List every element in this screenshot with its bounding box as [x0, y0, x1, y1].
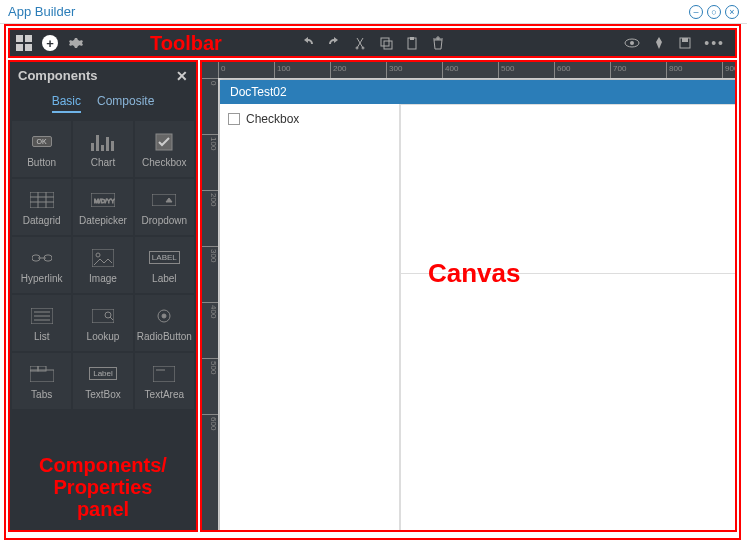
rocket-icon[interactable] — [652, 36, 666, 50]
canvas-area: 0 100 200 300 400 500 600 700 800 900 0 … — [200, 60, 737, 532]
component-label[interactable]: LABELLabel — [135, 237, 194, 293]
svg-point-21 — [96, 253, 100, 257]
components-panel: Components ✕ Basic Composite OKButton Ch… — [8, 60, 198, 532]
canvas-workspace[interactable]: DocTest02 Checkbox — [218, 78, 735, 530]
save-icon[interactable] — [678, 36, 692, 50]
svg-point-5 — [630, 41, 634, 45]
component-button[interactable]: OKButton — [12, 121, 71, 177]
copy-icon[interactable] — [379, 36, 393, 50]
document-left-pane[interactable]: Checkbox — [220, 104, 400, 530]
svg-rect-7 — [682, 38, 688, 42]
window-title: App Builder — [8, 4, 75, 19]
tab-composite[interactable]: Composite — [97, 94, 154, 113]
checkbox-icon[interactable] — [228, 113, 240, 125]
checkbox-label: Checkbox — [246, 112, 299, 126]
svg-rect-1 — [384, 41, 392, 49]
component-lookup[interactable]: Lookup — [73, 295, 132, 351]
delete-icon[interactable] — [431, 36, 445, 50]
component-image[interactable]: Image — [73, 237, 132, 293]
toolbar-annotation: Toolbar — [150, 32, 222, 55]
svg-rect-31 — [30, 370, 54, 382]
close-icon[interactable]: × — [725, 5, 739, 19]
window-header: App Builder – ○ × — [0, 0, 747, 24]
svg-line-28 — [110, 317, 113, 320]
apps-icon[interactable] — [16, 35, 32, 51]
undo-icon[interactable] — [301, 36, 315, 50]
component-grid: OKButton Chart Checkbox Datagrid M/D/YYD… — [10, 119, 196, 411]
component-textbox[interactable]: LabelTextBox — [73, 353, 132, 409]
settings-icon[interactable] — [68, 35, 84, 51]
panel-annotation: Components/Propertiespanel — [10, 454, 196, 520]
canvas-annotation: Canvas — [428, 258, 521, 289]
svg-rect-3 — [410, 37, 414, 40]
component-chart[interactable]: Chart — [73, 121, 132, 177]
app-outline: + Toolbar ••• Components ✕ Basic — [4, 24, 741, 540]
tab-basic[interactable]: Basic — [52, 94, 81, 113]
cut-icon[interactable] — [353, 36, 367, 50]
component-datagrid[interactable]: Datagrid — [12, 179, 71, 235]
window-controls: – ○ × — [689, 5, 739, 19]
redo-icon[interactable] — [327, 36, 341, 50]
component-hyperlink[interactable]: Hyperlink — [12, 237, 71, 293]
component-list[interactable]: List — [12, 295, 71, 351]
component-textarea[interactable]: TextArea — [135, 353, 194, 409]
svg-text:M/D/YY: M/D/YY — [94, 198, 115, 204]
ruler-vertical: 0 100 200 300 400 500 600 — [202, 78, 218, 530]
add-button[interactable]: + — [42, 35, 58, 51]
document-right-pane[interactable] — [400, 104, 735, 530]
paste-icon[interactable] — [405, 36, 419, 50]
canvas-checkbox[interactable]: Checkbox — [228, 112, 391, 126]
minimize-icon[interactable]: – — [689, 5, 703, 19]
panel-title: Components — [18, 68, 97, 84]
document-title[interactable]: DocTest02 — [220, 80, 735, 104]
svg-rect-0 — [381, 38, 389, 46]
component-datepicker[interactable]: M/D/YYDatepicker — [73, 179, 132, 235]
maximize-icon[interactable]: ○ — [707, 5, 721, 19]
svg-point-30 — [162, 314, 166, 318]
svg-rect-16 — [152, 194, 176, 206]
preview-icon[interactable] — [624, 36, 640, 50]
ruler-horizontal: 0 100 200 300 400 500 600 700 800 900 — [202, 62, 735, 78]
component-dropdown[interactable]: Dropdown — [135, 179, 194, 235]
document-window[interactable]: DocTest02 Checkbox — [220, 80, 735, 530]
svg-rect-34 — [153, 366, 175, 382]
more-icon[interactable]: ••• — [704, 35, 725, 51]
component-radiobutton[interactable]: RadioButton — [135, 295, 194, 351]
panel-close-icon[interactable]: ✕ — [176, 68, 188, 84]
component-tabs[interactable]: Tabs — [12, 353, 71, 409]
svg-rect-9 — [30, 192, 54, 208]
toolbar: + Toolbar ••• — [8, 28, 737, 58]
component-checkbox[interactable]: Checkbox — [135, 121, 194, 177]
